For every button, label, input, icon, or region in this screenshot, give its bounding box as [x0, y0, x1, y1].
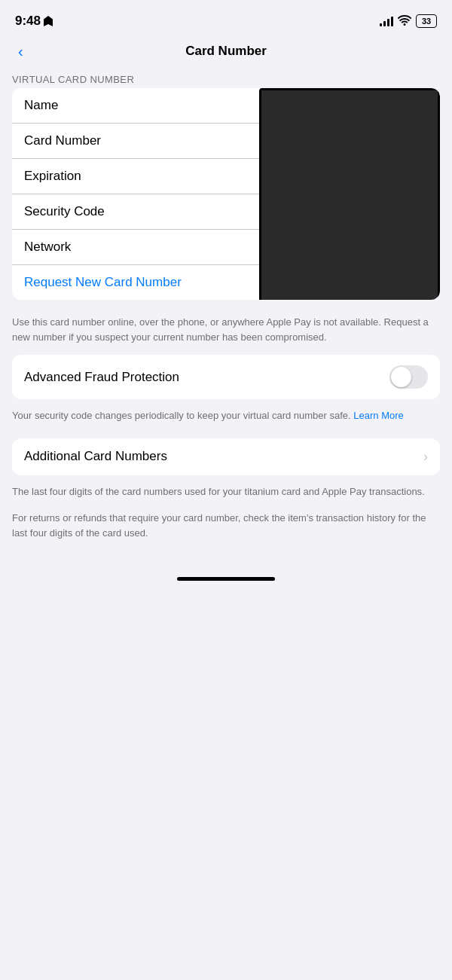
request-card-link[interactable]: Request New Card Number	[24, 275, 182, 290]
location-icon	[44, 16, 53, 26]
additional-desc-1: The last four digits of the card numbers…	[0, 481, 452, 508]
fraud-protection-section: Advanced Fraud Protection	[12, 355, 440, 399]
learn-more-link[interactable]: Learn More	[353, 410, 403, 421]
chevron-right-icon: ›	[423, 449, 428, 465]
fraud-description: Your security code changes periodically …	[0, 405, 452, 432]
home-bar	[177, 577, 275, 581]
name-label: Name	[24, 98, 58, 113]
fraud-description-text: Your security code changes periodically …	[12, 410, 351, 421]
virtual-card-section: Name Card Number 5 Expiration Security C…	[12, 88, 440, 300]
battery-icon: 33	[416, 14, 437, 28]
fraud-protection-toggle[interactable]	[389, 365, 428, 389]
security-code-label: Security Code	[24, 204, 105, 219]
status-bar: 9:48 33	[0, 0, 452, 38]
back-arrow-icon: ‹	[18, 43, 23, 60]
card-image-overlay	[259, 88, 440, 300]
back-button[interactable]: ‹	[12, 38, 29, 64]
card-description: Use this card number online, over the ph…	[0, 309, 452, 355]
additional-desc-2: For returns or refunds that require your…	[0, 508, 452, 552]
nav-header: ‹ Card Number	[0, 38, 452, 68]
status-icons: 33	[380, 14, 437, 28]
card-description-text: Use this card number online, over the ph…	[12, 316, 429, 343]
signal-icon	[380, 16, 393, 26]
section-label-virtual: VIRTUAL CARD NUMBER	[0, 68, 452, 88]
additional-card-section: Additional Card Numbers ›	[12, 438, 440, 475]
additional-desc-1-text: The last four digits of the card numbers…	[12, 486, 425, 497]
page-title: Card Number	[185, 44, 267, 59]
toggle-knob	[391, 367, 411, 387]
home-indicator	[0, 562, 452, 588]
battery-level: 33	[422, 17, 431, 26]
time-label: 9:48	[15, 14, 41, 29]
fraud-protection-label: Advanced Fraud Protection	[24, 370, 179, 385]
wifi-icon	[398, 15, 411, 28]
expiration-label: Expiration	[24, 169, 81, 184]
additional-desc-2-text: For returns or refunds that require your…	[12, 512, 426, 539]
status-time: 9:48	[15, 14, 53, 29]
card-number-label: Card Number	[24, 133, 101, 148]
network-label: Network	[24, 240, 71, 255]
additional-card-row[interactable]: Additional Card Numbers ›	[12, 438, 440, 475]
additional-card-label: Additional Card Numbers	[24, 449, 167, 464]
